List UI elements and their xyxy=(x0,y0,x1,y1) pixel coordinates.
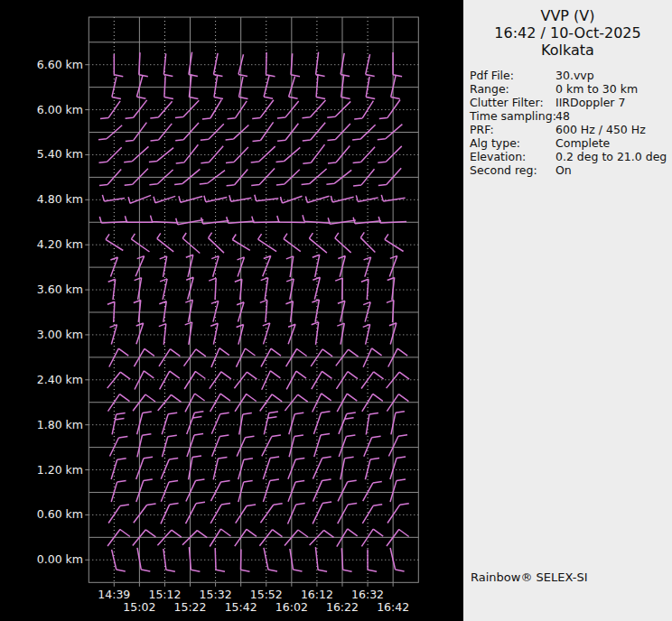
field-value: On xyxy=(555,163,572,177)
field-value: 48 xyxy=(555,109,570,123)
x-axis-label: 15:02 xyxy=(119,600,159,614)
field-label: Alg type: xyxy=(470,136,520,150)
brand-label: Rainbow® SELEX-SI xyxy=(471,570,588,584)
metadata-fields: Pdf File:30.vvpRange:0 km to 30 kmClutte… xyxy=(463,69,672,177)
x-axis-label: 16:42 xyxy=(373,600,413,614)
y-axis-label: 0.60 km xyxy=(0,507,83,521)
x-axis-label: 15:52 xyxy=(247,588,286,601)
x-axis-label: 16:02 xyxy=(272,600,312,614)
field-value: 0.2 deg to 21.0 deg xyxy=(555,150,667,163)
info-panel: VVP (V) 16:42 / 10-Oct-2025 Kolkata Pdf … xyxy=(463,0,672,621)
metadata-row: Alg type:Complete xyxy=(463,136,672,150)
field-value: 0 km to 30 km xyxy=(555,82,638,96)
wind-barb-chart xyxy=(0,0,463,621)
y-axis-label: 4.80 km xyxy=(0,192,83,206)
field-value: 600 Hz / 450 Hz xyxy=(555,123,646,136)
y-axis-label: 1.80 km xyxy=(0,418,83,431)
x-axis-label: 16:12 xyxy=(297,588,337,601)
y-axis-label: 4.20 km xyxy=(0,237,83,251)
plot-background xyxy=(0,0,463,621)
y-axis-label: 6.60 km xyxy=(0,58,83,71)
field-label: Time sampling: xyxy=(470,109,556,123)
field-value: 30.vvp xyxy=(555,69,594,82)
x-axis-label: 16:22 xyxy=(322,600,362,614)
y-axis-label: 5.40 km xyxy=(0,147,83,161)
panel-datetime: 16:42 / 10-Oct-2025 xyxy=(463,24,672,42)
metadata-row: Range:0 km to 30 km xyxy=(463,82,672,96)
metadata-row: Second reg:On xyxy=(463,163,672,177)
field-label: Second reg: xyxy=(470,163,537,177)
y-axis-label: 2.40 km xyxy=(0,373,83,386)
metadata-row: Clutter Filter:IIRDoppler 7 xyxy=(463,96,672,109)
metadata-row: Time sampling:48 xyxy=(463,109,672,123)
field-label: Clutter Filter: xyxy=(470,96,544,109)
y-axis-label: 1.20 km xyxy=(0,463,83,477)
field-label: Elevation: xyxy=(470,150,526,163)
panel-product-title: VVP (V) xyxy=(463,7,672,24)
field-value: IIRDoppler 7 xyxy=(555,96,625,109)
x-axis-label: 16:32 xyxy=(348,588,387,601)
field-value: Complete xyxy=(555,136,610,150)
y-axis-label: 3.60 km xyxy=(0,283,83,296)
metadata-row: Pdf File:30.vvp xyxy=(463,69,672,82)
y-axis-label: 3.00 km xyxy=(0,328,83,341)
x-axis-label: 15:12 xyxy=(145,588,184,601)
x-axis-label: 15:22 xyxy=(171,600,210,614)
field-label: Pdf File: xyxy=(470,69,514,82)
x-axis-label: 15:42 xyxy=(221,600,261,614)
metadata-row: Elevation:0.2 deg to 21.0 deg xyxy=(463,150,672,163)
field-label: PRF: xyxy=(470,123,494,136)
metadata-row: PRF:600 Hz / 450 Hz xyxy=(463,123,672,136)
y-axis-label: 0.00 km xyxy=(0,552,83,566)
vvp-application-window: Step: 0.30 km VVP 6.60 km6.00 km5.40 km4… xyxy=(0,0,672,621)
y-axis-label: 6.00 km xyxy=(0,103,83,116)
panel-site-name: Kolkata xyxy=(463,42,672,59)
field-label: Range: xyxy=(470,82,509,96)
x-axis-label: 14:39 xyxy=(94,588,134,601)
x-axis-label: 15:32 xyxy=(196,588,236,601)
